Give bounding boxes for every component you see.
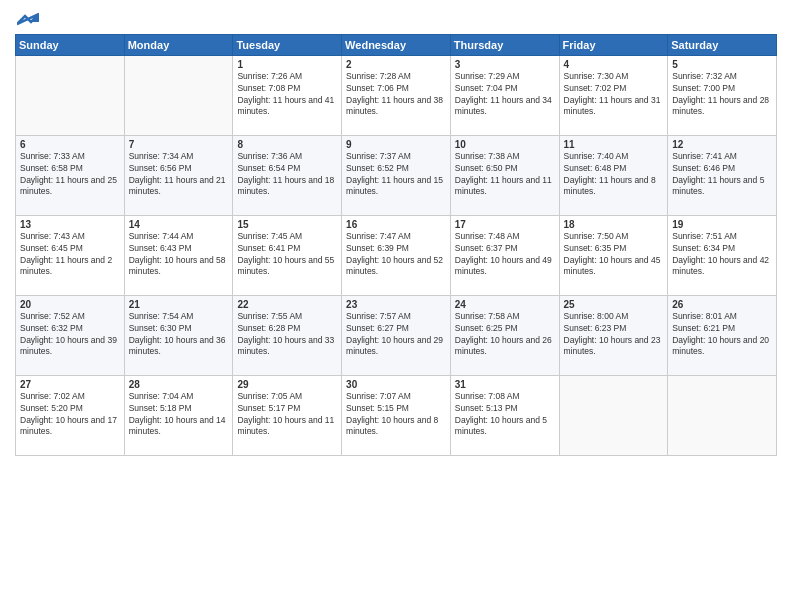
page: SundayMondayTuesdayWednesdayThursdayFrid… — [0, 0, 792, 612]
day-number: 14 — [129, 219, 229, 230]
day-number: 18 — [564, 219, 664, 230]
cell-content: Sunrise: 7:36 AM — [237, 151, 337, 163]
day-header-monday: Monday — [124, 34, 233, 55]
cell-content: Sunset: 6:54 PM — [237, 163, 337, 175]
cell-content: Daylight: 11 hours and 11 minutes. — [455, 175, 555, 199]
cell-content: Daylight: 10 hours and 29 minutes. — [346, 335, 446, 359]
cell-content: Daylight: 10 hours and 49 minutes. — [455, 255, 555, 279]
cell-content: Daylight: 10 hours and 23 minutes. — [564, 335, 664, 359]
calendar-cell: 11Sunrise: 7:40 AMSunset: 6:48 PMDayligh… — [559, 135, 668, 215]
cell-content: Daylight: 10 hours and 58 minutes. — [129, 255, 229, 279]
cell-content: Sunrise: 7:02 AM — [20, 391, 120, 403]
cell-content: Daylight: 10 hours and 45 minutes. — [564, 255, 664, 279]
day-number: 1 — [237, 59, 337, 70]
cell-content: Sunset: 6:48 PM — [564, 163, 664, 175]
cell-content: Daylight: 11 hours and 5 minutes. — [672, 175, 772, 199]
calendar-cell: 15Sunrise: 7:45 AMSunset: 6:41 PMDayligh… — [233, 215, 342, 295]
cell-content: Sunset: 6:32 PM — [20, 323, 120, 335]
cell-content: Daylight: 10 hours and 39 minutes. — [20, 335, 120, 359]
calendar-cell: 27Sunrise: 7:02 AMSunset: 5:20 PMDayligh… — [16, 375, 125, 455]
day-number: 13 — [20, 219, 120, 230]
cell-content: Sunrise: 7:28 AM — [346, 71, 446, 83]
cell-content: Sunrise: 7:07 AM — [346, 391, 446, 403]
cell-content: Daylight: 10 hours and 52 minutes. — [346, 255, 446, 279]
calendar-cell — [16, 55, 125, 135]
day-number: 5 — [672, 59, 772, 70]
cell-content: Sunrise: 7:41 AM — [672, 151, 772, 163]
cell-content: Daylight: 10 hours and 11 minutes. — [237, 415, 337, 439]
calendar-cell: 23Sunrise: 7:57 AMSunset: 6:27 PMDayligh… — [342, 295, 451, 375]
cell-content: Daylight: 10 hours and 17 minutes. — [20, 415, 120, 439]
cell-content: Sunrise: 7:54 AM — [129, 311, 229, 323]
calendar-cell: 17Sunrise: 7:48 AMSunset: 6:37 PMDayligh… — [450, 215, 559, 295]
cell-content: Sunrise: 8:01 AM — [672, 311, 772, 323]
cell-content: Sunset: 5:18 PM — [129, 403, 229, 415]
day-number: 27 — [20, 379, 120, 390]
cell-content: Sunset: 6:27 PM — [346, 323, 446, 335]
cell-content: Sunset: 6:30 PM — [129, 323, 229, 335]
calendar-cell — [668, 375, 777, 455]
cell-content: Sunrise: 7:52 AM — [20, 311, 120, 323]
cell-content: Sunset: 6:56 PM — [129, 163, 229, 175]
cell-content: Sunset: 7:08 PM — [237, 83, 337, 95]
cell-content: Sunrise: 7:30 AM — [564, 71, 664, 83]
cell-content: Sunset: 6:41 PM — [237, 243, 337, 255]
cell-content: Sunset: 6:45 PM — [20, 243, 120, 255]
logo-bird-icon — [17, 12, 39, 28]
cell-content: Sunrise: 7:58 AM — [455, 311, 555, 323]
logo-general — [15, 10, 39, 28]
cell-content: Sunrise: 7:47 AM — [346, 231, 446, 243]
calendar-cell: 8Sunrise: 7:36 AMSunset: 6:54 PMDaylight… — [233, 135, 342, 215]
calendar-cell: 24Sunrise: 7:58 AMSunset: 6:25 PMDayligh… — [450, 295, 559, 375]
cell-content: Sunrise: 7:33 AM — [20, 151, 120, 163]
cell-content: Daylight: 11 hours and 34 minutes. — [455, 95, 555, 119]
day-header-saturday: Saturday — [668, 34, 777, 55]
calendar-cell: 3Sunrise: 7:29 AMSunset: 7:04 PMDaylight… — [450, 55, 559, 135]
day-number: 28 — [129, 379, 229, 390]
calendar-cell: 22Sunrise: 7:55 AMSunset: 6:28 PMDayligh… — [233, 295, 342, 375]
day-number: 25 — [564, 299, 664, 310]
calendar-cell: 28Sunrise: 7:04 AMSunset: 5:18 PMDayligh… — [124, 375, 233, 455]
cell-content: Daylight: 11 hours and 31 minutes. — [564, 95, 664, 119]
cell-content: Daylight: 10 hours and 5 minutes. — [455, 415, 555, 439]
cell-content: Daylight: 11 hours and 41 minutes. — [237, 95, 337, 119]
cell-content: Sunset: 5:17 PM — [237, 403, 337, 415]
day-number: 7 — [129, 139, 229, 150]
cell-content: Sunset: 6:28 PM — [237, 323, 337, 335]
cell-content: Sunrise: 7:55 AM — [237, 311, 337, 323]
calendar-cell — [559, 375, 668, 455]
calendar-cell: 26Sunrise: 8:01 AMSunset: 6:21 PMDayligh… — [668, 295, 777, 375]
day-number: 26 — [672, 299, 772, 310]
day-number: 30 — [346, 379, 446, 390]
cell-content: Sunset: 6:37 PM — [455, 243, 555, 255]
cell-content: Daylight: 11 hours and 18 minutes. — [237, 175, 337, 199]
cell-content: Sunset: 6:50 PM — [455, 163, 555, 175]
calendar-cell: 2Sunrise: 7:28 AMSunset: 7:06 PMDaylight… — [342, 55, 451, 135]
cell-content: Sunset: 6:39 PM — [346, 243, 446, 255]
cell-content: Sunset: 7:02 PM — [564, 83, 664, 95]
cell-content: Sunrise: 8:00 AM — [564, 311, 664, 323]
cell-content: Daylight: 10 hours and 14 minutes. — [129, 415, 229, 439]
day-number: 2 — [346, 59, 446, 70]
calendar-cell: 4Sunrise: 7:30 AMSunset: 7:02 PMDaylight… — [559, 55, 668, 135]
calendar-cell: 6Sunrise: 7:33 AMSunset: 6:58 PMDaylight… — [16, 135, 125, 215]
calendar-cell: 5Sunrise: 7:32 AMSunset: 7:00 PMDaylight… — [668, 55, 777, 135]
calendar-cell: 18Sunrise: 7:50 AMSunset: 6:35 PMDayligh… — [559, 215, 668, 295]
cell-content: Daylight: 10 hours and 36 minutes. — [129, 335, 229, 359]
calendar-cell: 16Sunrise: 7:47 AMSunset: 6:39 PMDayligh… — [342, 215, 451, 295]
calendar-table: SundayMondayTuesdayWednesdayThursdayFrid… — [15, 34, 777, 456]
calendar-cell: 25Sunrise: 8:00 AMSunset: 6:23 PMDayligh… — [559, 295, 668, 375]
cell-content: Sunrise: 7:26 AM — [237, 71, 337, 83]
calendar-cell: 9Sunrise: 7:37 AMSunset: 6:52 PMDaylight… — [342, 135, 451, 215]
day-number: 17 — [455, 219, 555, 230]
cell-content: Daylight: 10 hours and 33 minutes. — [237, 335, 337, 359]
day-number: 10 — [455, 139, 555, 150]
calendar-cell: 1Sunrise: 7:26 AMSunset: 7:08 PMDaylight… — [233, 55, 342, 135]
calendar-cell: 29Sunrise: 7:05 AMSunset: 5:17 PMDayligh… — [233, 375, 342, 455]
cell-content: Sunrise: 7:29 AM — [455, 71, 555, 83]
cell-content: Sunrise: 7:37 AM — [346, 151, 446, 163]
cell-content: Daylight: 10 hours and 42 minutes. — [672, 255, 772, 279]
day-number: 24 — [455, 299, 555, 310]
day-number: 29 — [237, 379, 337, 390]
day-header-wednesday: Wednesday — [342, 34, 451, 55]
